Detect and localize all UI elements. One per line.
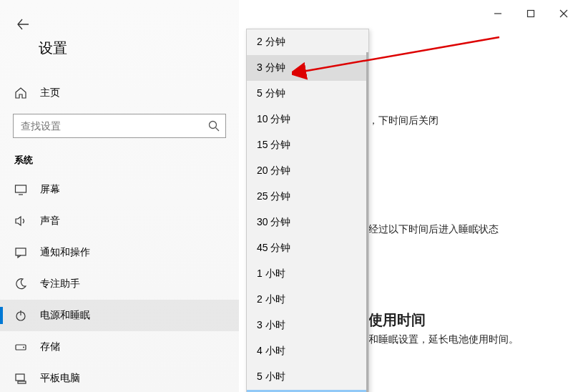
search-icon [207,119,220,132]
nav-item-display[interactable]: 屏幕 [0,174,239,205]
close-icon [559,9,568,18]
back-button[interactable] [11,13,34,36]
dropdown-option[interactable]: 3 小时 [247,313,368,338]
dropdown-option[interactable]: 15 分钟 [247,132,368,158]
nav-item-power[interactable]: 电源和睡眠 [0,300,239,331]
svg-point-0 [210,122,217,129]
drive-icon [14,340,27,353]
minimize-icon [494,9,502,18]
dropdown-option[interactable]: 2 小时 [247,287,368,313]
nav-item-label: 存储 [40,340,60,353]
dropdown-option[interactable]: 2 分钟 [247,29,368,55]
nav-item-tablet[interactable]: 平板电脑 [0,363,239,392]
svg-rect-2 [16,185,26,192]
moon-icon [14,278,27,290]
content-text-battery: 和睡眠设置，延长电池使用时间。 [368,333,519,346]
svg-line-1 [216,128,220,132]
nav-home-label: 主页 [40,87,60,99]
window-title: 设置 [39,39,67,58]
nav-item-label: 专注助手 [40,278,80,290]
dropdown-option[interactable]: 10 分钟 [247,107,368,132]
nav-home[interactable]: 主页 [0,79,239,107]
nav-item-label: 屏幕 [40,183,60,196]
nav-item-sound[interactable]: 声音 [0,205,239,237]
content-text-screen-off: ，下时间后关闭 [368,114,439,127]
section-label: 系统 [0,154,239,174]
maximize-icon [526,9,535,18]
dropdown-option[interactable]: 3 分钟 [247,55,368,81]
arrow-left-icon [16,18,29,31]
minimize-button[interactable] [481,3,514,24]
nav-item-storage[interactable]: 存储 [0,331,239,363]
speaker-icon [14,215,27,227]
nav-item-label: 电源和睡眠 [40,309,90,322]
nav-item-focus[interactable]: 专注助手 [0,268,239,300]
svg-rect-4 [16,248,26,255]
nav-item-notifications[interactable]: 通知和操作 [0,237,239,268]
message-icon [14,246,27,259]
search-input[interactable] [13,114,226,138]
dropdown-option[interactable]: 4 小时 [247,338,368,364]
nav-item-label: 通知和操作 [40,246,90,259]
svg-rect-9 [16,374,24,381]
dropdown-scrollbar[interactable] [366,52,368,392]
dropdown-option[interactable]: 1 小时 [247,261,368,287]
svg-rect-12 [528,11,534,17]
dropdown-option[interactable]: 5 小时 [247,364,368,390]
dropdown-option[interactable]: 20 分钟 [247,158,368,184]
dropdown-option[interactable]: 5 分钟 [247,81,368,107]
close-button[interactable] [547,3,580,24]
time-dropdown[interactable]: 2 分钟 3 分钟 5 分钟 10 分钟 15 分钟 20 分钟 25 分钟 3… [246,29,369,392]
dropdown-option[interactable]: 25 分钟 [247,184,368,210]
svg-point-8 [23,347,24,348]
power-icon [14,309,27,322]
svg-rect-10 [18,381,26,383]
tablet-icon [14,372,27,385]
monitor-icon [14,183,27,196]
dropdown-option[interactable]: 30 分钟 [247,210,368,235]
content-heading-usage: 使用时间 [368,310,426,330]
home-icon [14,87,27,99]
nav-item-label: 平板电脑 [40,372,80,385]
content-text-sleep: 经过以下时间后进入睡眠状态 [368,223,499,236]
maximize-button[interactable] [514,3,547,24]
dropdown-option[interactable]: 45 分钟 [247,235,368,261]
nav-item-label: 声音 [40,215,60,227]
